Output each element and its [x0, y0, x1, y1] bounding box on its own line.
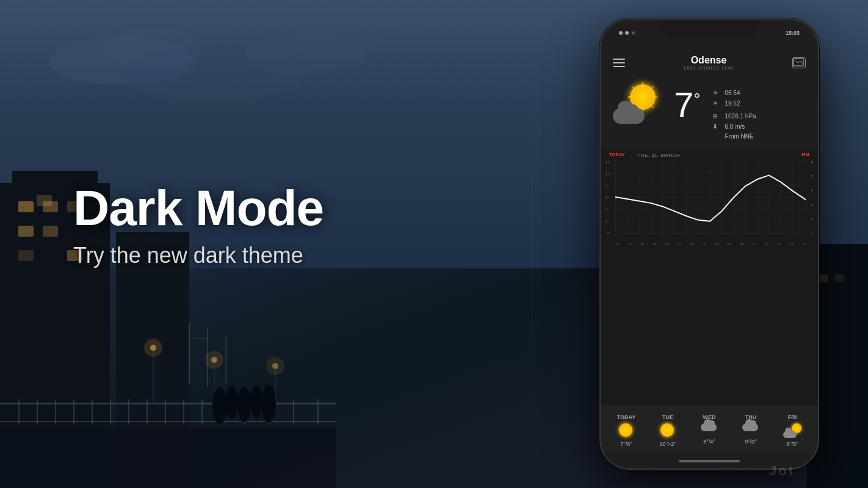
x-label-04: 04	[715, 242, 718, 246]
y-label-3: 6°	[606, 196, 614, 199]
chart-svg-wrapper: 15° 12° 9° 6° 3° 0° -3° 6 5 4 3 2	[606, 160, 813, 246]
x-axis-labels: 12 14 16 18 20 22 00 02 04 06 08 10 12 1…	[615, 242, 806, 246]
chart-area: TODAY TUE, 31. MARCH MM 15° 12° 9° 6° 3°…	[601, 149, 818, 404]
forecast-row: TODAY 7°/6° TUE 10°/-2° WED	[601, 407, 818, 453]
svg-line-63	[650, 86, 654, 90]
weather-details: ☀ 06:54 ☀ 19:52 ⊕ 1026.1 hPa ⬇ 6.8 m/s	[712, 89, 806, 140]
y-axis-left: 15° 12° 9° 6° 3° 0° -3°	[606, 160, 614, 235]
x-label-22: 22	[678, 242, 681, 246]
y-right-5: 5	[808, 174, 813, 178]
forecast-tue-temps: 10°/-2°	[659, 441, 676, 447]
forecast-fri: FRI 8°/5°	[777, 414, 808, 447]
chart-labels: TODAY TUE, 31. MARCH	[609, 152, 680, 158]
sunset-row: ☀ 19:52	[712, 99, 806, 107]
forecast-today-icon	[619, 423, 634, 438]
x-label-10: 10	[752, 242, 756, 246]
status-left-icons: ✲	[619, 30, 635, 36]
pressure-value: 1026.1 hPa	[725, 113, 756, 120]
home-indicator	[679, 460, 740, 462]
sunrise-row: ☀ 06:54	[712, 89, 806, 97]
location-name: Odense	[684, 55, 734, 66]
svg-line-61	[632, 86, 635, 90]
y-axis-right: 6 5 4 3 2 1	[808, 160, 813, 235]
temperature-section: 7°	[674, 84, 700, 123]
app-header: Odense LAST UPDATED 13:45	[601, 50, 818, 75]
svg-line-62	[650, 104, 654, 108]
y-right-2: 2	[808, 217, 813, 221]
phone-notch	[660, 20, 758, 38]
hamburger-button[interactable]	[613, 59, 625, 67]
vertical-divider	[531, 49, 532, 439]
forecast-thu-icon	[742, 423, 759, 436]
phone-frame: ✲ 15:03 Odense LAST UPDATED 13:45	[599, 18, 819, 470]
x-label-18: 18	[653, 242, 656, 246]
x-label-06: 06	[728, 242, 731, 246]
svg-rect-50	[834, 274, 844, 282]
forecast-fri-label: FRI	[788, 414, 797, 420]
date-label: TUE, 31. MARCH	[637, 152, 680, 158]
x-label-20: 20	[665, 242, 669, 246]
text-overlay: Dark Mode Try the new dark theme	[0, 0, 525, 488]
forecast-wed-icon	[701, 423, 718, 436]
today-label: TODAY	[609, 152, 625, 158]
y-label-0: -3°	[606, 231, 614, 235]
y-right-3: 3	[808, 203, 813, 207]
y-label-4: 9°	[606, 184, 614, 188]
map-icon-svg	[793, 58, 804, 66]
x-label-14b: 14	[777, 242, 781, 246]
forecast-wed: WED 8°/4°	[694, 414, 725, 447]
y-label-5: 12°	[606, 172, 614, 176]
sunset-icon: ☀	[712, 99, 721, 107]
wifi-icon	[625, 31, 629, 35]
y-label-2: 3°	[606, 207, 614, 211]
bt-icon: ✲	[631, 30, 635, 36]
phone-screen: ✲ 15:03 Odense LAST UPDATED 13:45	[601, 20, 818, 468]
forecast-fri-icon	[783, 423, 801, 438]
sunset-time: 19:52	[725, 100, 740, 107]
y-label-6: 15°	[606, 160, 614, 164]
main-title: Dark Mode	[73, 183, 525, 233]
last-updated-text: LAST UPDATED 13:45	[684, 66, 734, 70]
y-right-6: 6	[808, 160, 813, 164]
forecast-today-temps: 7°/6°	[620, 441, 632, 447]
pressure-row: ⊕ 1026.1 hPa	[712, 112, 806, 120]
weather-main: 7° ☀ 06:54 ☀ 19:52 ⊕ 1026.1 hPa	[601, 75, 818, 146]
signal-icon	[619, 31, 623, 35]
x-label-18b: 18	[802, 242, 806, 246]
hamburger-line-3	[613, 66, 625, 67]
wind-icon: ⬇	[712, 123, 721, 131]
location-info: Odense LAST UPDATED 13:45	[684, 55, 734, 70]
forecast-today-label: TODAY	[617, 414, 636, 420]
x-label-14: 14	[627, 242, 631, 246]
forecast-wed-temps: 8°/4°	[703, 439, 715, 445]
y-label-1: 0°	[606, 220, 614, 223]
map-button[interactable]	[792, 57, 806, 68]
app-name-text: Jot	[769, 463, 795, 478]
temperature-chart-svg	[615, 160, 806, 235]
x-label-00: 00	[690, 242, 693, 246]
temperature-value: 7°	[674, 87, 700, 123]
wind-dir-row: From NNE	[712, 133, 806, 140]
chart-header: TODAY TUE, 31. MARCH MM	[601, 149, 818, 160]
temp-number: 7	[674, 85, 693, 124]
subtitle: Try the new dark theme	[73, 243, 525, 268]
x-label-02: 02	[703, 242, 706, 246]
x-label-12b: 12	[765, 242, 769, 246]
x-label-08: 08	[740, 242, 743, 246]
x-label-12a: 12	[615, 242, 619, 246]
forecast-tue-label: TUE	[662, 414, 673, 420]
x-label-16: 16	[640, 242, 644, 246]
x-label-16b: 16	[789, 242, 793, 246]
status-time: 15:03	[786, 30, 800, 36]
svg-rect-49	[819, 274, 828, 282]
y-right-1: 1	[808, 231, 813, 235]
hamburger-line-1	[613, 59, 625, 60]
wind-direction: From NNE	[725, 133, 753, 140]
forecast-thu-temps: 9°/0°	[745, 439, 757, 445]
pressure-icon: ⊕	[712, 112, 721, 120]
forecast-tue-icon	[660, 423, 675, 438]
cloud-puff-2	[627, 104, 638, 115]
hamburger-line-2	[613, 62, 625, 63]
forecast-tue: TUE 10°/-2°	[653, 414, 683, 447]
mm-label: MM	[801, 152, 809, 158]
